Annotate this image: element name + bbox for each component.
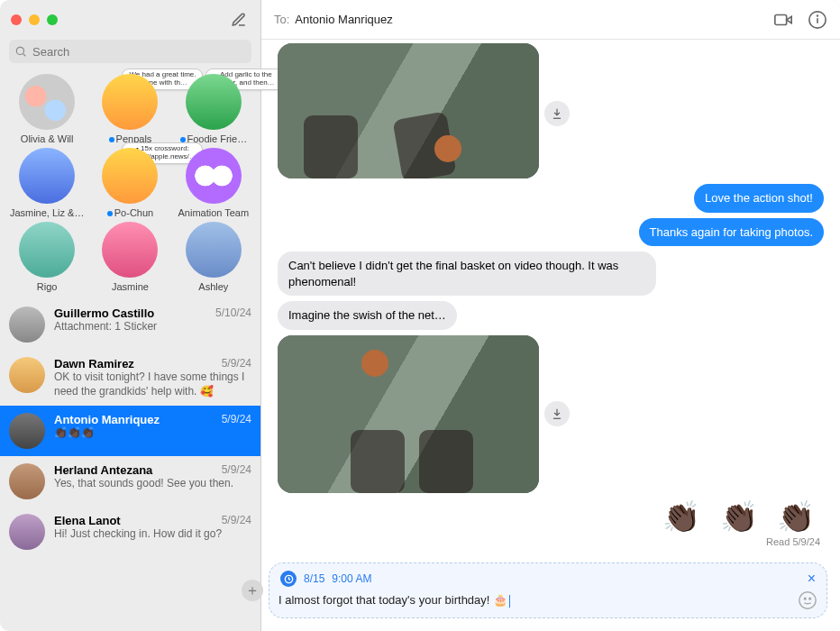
- conversation-pane: To: Antonio Manriquez Love the action sh…: [261, 0, 840, 631]
- conversation-row[interactable]: Guillermo Castillo 5/10/24 Attachment: 1…: [0, 299, 260, 350]
- sent-message[interactable]: Love the action shot!: [694, 184, 824, 213]
- svg-point-5: [799, 592, 816, 608]
- conversation-name: Guillermo Castillo: [54, 306, 154, 320]
- download-attachment-button[interactable]: [544, 401, 570, 426]
- conversation-row[interactable]: Herland Antezana 5/9/24 Yes, that sounds…: [0, 456, 260, 507]
- avatar: [186, 74, 242, 130]
- avatar: [102, 222, 158, 278]
- to-recipient-name[interactable]: Antonio Manriquez: [295, 13, 392, 26]
- pinned-conversation[interactable]: Rigo: [7, 222, 87, 292]
- received-photo-attachment[interactable]: [278, 335, 539, 493]
- search-input[interactable]: [9, 40, 251, 63]
- conversation-row[interactable]: Antonio Manriquez 5/9/24 👏🏿👏🏿👏🏿: [0, 406, 260, 456]
- svg-point-6: [804, 598, 806, 599]
- conversation-name: Antonio Manriquez: [54, 413, 160, 426]
- messages-window: Olivia & WillWe had a great time. Home w…: [0, 0, 840, 631]
- conversation-preview: Yes, that sounds good! See you then.: [54, 477, 251, 491]
- conversation-name: Herland Antezana: [54, 463, 152, 477]
- pinned-conversation[interactable]: Jasmine: [90, 222, 169, 292]
- conversation-date: 5/9/24: [222, 514, 251, 527]
- conversation-row[interactable]: Elena Lanot 5/9/24 Hi! Just checking in.…: [0, 507, 260, 557]
- message-input[interactable]: I almost forgot that today's your birthd…: [278, 593, 790, 608]
- sent-message[interactable]: Thanks again for taking photos.: [639, 218, 824, 247]
- zoom-window-button[interactable]: [47, 14, 58, 25]
- pinned-name: Jasmine, Liz &…: [10, 207, 85, 218]
- info-icon: [808, 10, 827, 30]
- conversation-date: 5/9/24: [222, 463, 251, 477]
- received-message[interactable]: Can't believe I didn't get the final bas…: [278, 251, 656, 296]
- compose-box: 8/15 9:00 AM × I almost forgot that toda…: [269, 562, 827, 618]
- read-receipt: Read 5/9/24: [278, 536, 824, 547]
- sidebar: Olivia & WillWe had a great time. Home w…: [0, 0, 261, 631]
- avatar: [9, 306, 45, 343]
- pinned-conversation[interactable]: Olivia & Will: [7, 74, 87, 144]
- avatar: [102, 74, 158, 130]
- conversation-header: To: Antonio Manriquez: [261, 0, 840, 40]
- received-photo-attachment[interactable]: [278, 43, 539, 178]
- unread-indicator-dot: [109, 137, 114, 142]
- pinned-conversations-grid: Olivia & WillWe had a great time. Home w…: [0, 70, 260, 299]
- svg-point-3: [817, 14, 818, 15]
- close-window-button[interactable]: [11, 14, 22, 25]
- message-transcript[interactable]: Love the action shot! Thanks again for t…: [261, 40, 840, 553]
- conversation-preview: Hi! Just checking in. How did it go?: [54, 527, 251, 542]
- conversation-preview: OK to visit tonight? I have some things …: [54, 370, 251, 398]
- conversation-name: Dawn Ramirez: [54, 357, 134, 370]
- conversation-row[interactable]: Dawn Ramirez 5/9/24 OK to visit tonight?…: [0, 350, 260, 406]
- pinned-name: Ashley: [198, 281, 228, 292]
- to-label: To:: [274, 13, 289, 26]
- unread-indicator-dot: [107, 211, 113, 216]
- avatar: [19, 74, 75, 130]
- pinned-name: Po-Chun: [107, 207, 153, 218]
- svg-rect-0: [775, 14, 787, 24]
- download-icon: [551, 407, 563, 420]
- clock-icon: [280, 571, 297, 587]
- avatar: [9, 357, 45, 393]
- apps-plus-button[interactable]: ＋: [242, 580, 263, 601]
- avatar: [9, 463, 45, 499]
- conversation-preview: 👏🏿👏🏿👏🏿: [54, 426, 251, 441]
- smiley-icon: [798, 590, 817, 610]
- avatar: [9, 413, 45, 449]
- pinned-conversation[interactable]: Jasmine, Liz &…: [7, 148, 87, 218]
- conversation-date: 5/9/24: [222, 413, 251, 426]
- received-message[interactable]: Imagine the swish of the net…: [278, 301, 457, 330]
- pinned-conversation[interactable]: Animation Team: [174, 148, 253, 218]
- pinned-conversation[interactable]: • 15x crossword: https://apple.news/… Po…: [90, 148, 169, 218]
- avatar: [19, 148, 75, 204]
- svg-point-7: [809, 598, 811, 599]
- sent-emoji-message[interactable]: 👏🏿 👏🏿 👏🏿: [278, 498, 824, 535]
- pinned-conversation[interactable]: Ashley: [174, 222, 253, 292]
- pinned-name: Olivia & Will: [21, 133, 74, 144]
- minimize-window-button[interactable]: [29, 14, 40, 25]
- compose-icon: [231, 12, 247, 28]
- scheduled-send-indicator[interactable]: 8/15 9:00 AM ×: [278, 569, 817, 590]
- pinned-conversation[interactable]: Add garlic to the butter, and then… Food…: [174, 74, 253, 144]
- download-icon: [551, 107, 563, 120]
- conversation-list[interactable]: Guillermo Castillo 5/10/24 Attachment: 1…: [0, 299, 260, 631]
- avatar: [19, 222, 75, 278]
- conversation-preview: Attachment: 1 Sticker: [54, 320, 251, 334]
- avatar: [186, 222, 242, 278]
- pinned-name: Animation Team: [178, 207, 249, 218]
- conversation-date: 5/9/24: [222, 357, 251, 370]
- download-attachment-button[interactable]: [544, 101, 570, 126]
- avatar: [186, 148, 242, 204]
- conversation-date: 5/10/24: [215, 306, 251, 320]
- scheduled-date[interactable]: 8/15: [304, 572, 324, 585]
- facetime-video-button[interactable]: [773, 10, 793, 30]
- video-icon: [773, 10, 793, 30]
- pinned-name: Rigo: [37, 281, 58, 292]
- scheduled-time[interactable]: 9:00 AM: [332, 572, 371, 585]
- compose-new-message-button[interactable]: [228, 9, 250, 31]
- details-button[interactable]: [808, 10, 827, 30]
- message-input-text: I almost forgot that today's your birthd…: [278, 593, 507, 607]
- window-controls: [11, 14, 58, 25]
- titlebar: [0, 0, 260, 40]
- conversation-name: Elena Lanot: [54, 514, 121, 527]
- cancel-schedule-button[interactable]: ×: [808, 571, 816, 587]
- pinned-conversation[interactable]: We had a great time. Home with th… Penpa…: [90, 74, 169, 144]
- avatar: [102, 148, 158, 204]
- pinned-name: Jasmine: [112, 281, 149, 292]
- emoji-picker-button[interactable]: [798, 590, 817, 610]
